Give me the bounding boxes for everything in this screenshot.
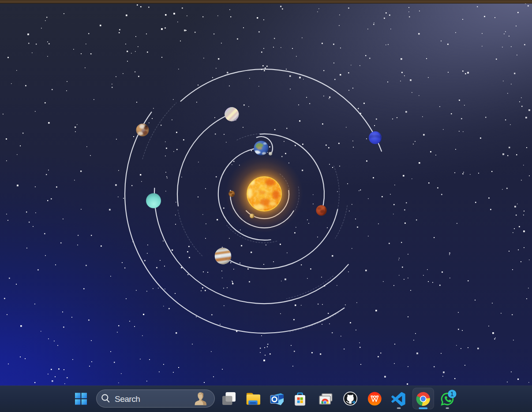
svg-text:1: 1 bbox=[450, 390, 454, 397]
